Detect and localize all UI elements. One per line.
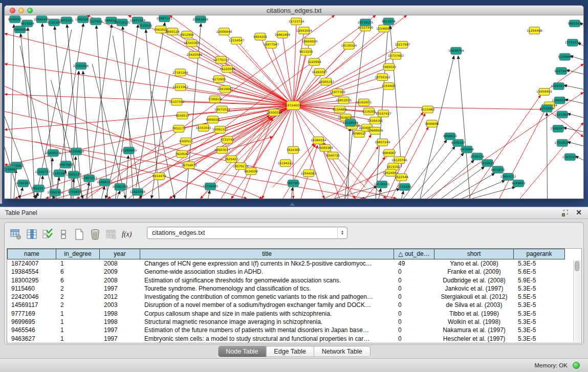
graph-node[interactable]: 15692971	[550, 125, 566, 133]
graph-node[interactable]: 7625427	[225, 156, 238, 163]
graph-node[interactable]: 17016504	[554, 139, 570, 146]
graph-node[interactable]: 9115460	[421, 106, 434, 113]
graph-node[interactable]: 9300513	[179, 138, 193, 145]
graph-node[interactable]: 9613255	[299, 48, 313, 55]
graph-node[interactable]: 9755841	[68, 188, 82, 195]
graph-node[interactable]: 2935114	[470, 153, 484, 160]
graph-node[interactable]: 12213363	[172, 84, 188, 91]
graph-node[interactable]: 16543391	[184, 39, 200, 47]
graph-node[interactable]: 16194222	[278, 160, 294, 167]
graph-node[interactable]: 9558517	[176, 112, 189, 119]
graph-node[interactable]: 11977305	[330, 89, 345, 96]
graph-node[interactable]: 10719155	[114, 19, 130, 26]
float-panel-icon[interactable]	[562, 210, 569, 216]
graph-node[interactable]: 12923448	[130, 188, 146, 195]
table-settings-icon[interactable]	[10, 228, 22, 240]
graph-node[interactable]: 10688609	[367, 127, 383, 135]
edit-column-icon[interactable]	[26, 228, 38, 240]
graph-node[interactable]: 8958923	[443, 133, 457, 140]
graph-node[interactable]: 16958107	[97, 179, 113, 186]
graph-node[interactable]: 10167427	[376, 110, 391, 117]
graph-node[interactable]: 9129946	[558, 53, 572, 60]
graph-node[interactable]: 9097568	[59, 161, 73, 168]
graph-node[interactable]: 7795619	[208, 96, 222, 103]
graph-node[interactable]: 19571013	[214, 106, 230, 113]
graph-node[interactable]: 17359928	[69, 148, 84, 155]
graph-node[interactable]: 9154469	[333, 106, 346, 113]
graph-node[interactable]: 7632621	[481, 160, 494, 167]
graph-node[interactable]: 19497141	[157, 15, 172, 22]
graph-node[interactable]: 8922317	[32, 185, 46, 192]
graph-node[interactable]: 15585197	[318, 78, 334, 85]
column-header-short[interactable]: short	[434, 249, 514, 259]
table-row[interactable]: 1830029562008Estimation of significance …	[7, 276, 581, 285]
graph-node[interactable]: 5549735	[326, 152, 340, 159]
table-row[interactable]: 1938455462009Genome-wide association stu…	[7, 268, 581, 276]
graph-node[interactable]: 19384554	[311, 137, 326, 144]
graph-node[interactable]: 16812035	[336, 97, 352, 104]
graph-node[interactable]: 8914479	[153, 173, 166, 180]
column-header-in_degree[interactable]: in_degree	[56, 249, 100, 259]
graph-node[interactable]: 10654112	[500, 173, 516, 181]
graph-node[interactable]: 16120746	[391, 157, 407, 164]
column-header-pagerank[interactable]: pagerank	[514, 249, 565, 259]
graph-node[interactable]: 7905589	[13, 26, 27, 33]
graph-node[interactable]: 8131304	[47, 19, 61, 26]
table-row[interactable]: 977716911998Corpus callosum shape and si…	[7, 310, 581, 318]
graph-node[interactable]: 15718485	[203, 183, 219, 190]
function-builder-icon[interactable]: f(x)	[121, 230, 133, 238]
graph-node[interactable]: 3220954	[308, 58, 321, 65]
graph-node[interactable]: 16089368	[317, 144, 333, 151]
graph-node[interactable]: 7624360	[287, 146, 300, 154]
graph-node[interactable]: 27181266	[172, 69, 188, 76]
graph-node[interactable]: 1527602	[89, 18, 103, 25]
column-header-out_de[interactable]: △ out_de…	[394, 249, 434, 259]
network-graph[interactable]: 1872400774638228660128891295416543391234…	[5, 15, 583, 199]
graph-node[interactable]: 15353591	[195, 124, 211, 132]
graph-node[interactable]: 12217987	[395, 41, 410, 48]
column-header-title[interactable]: title	[140, 249, 394, 259]
graph-node[interactable]: 6479197	[451, 139, 465, 146]
table-selector-dropdown[interactable]: citations_edges.txt ▲▼	[147, 227, 347, 239]
graph-node[interactable]: 10590301	[47, 189, 63, 196]
graph-node[interactable]: 18669500	[302, 38, 318, 46]
graph-node[interactable]: 21053346	[73, 62, 89, 70]
network-window-titlebar[interactable]: citations_edges.txt	[5, 6, 583, 15]
network-canvas[interactable]: 1872400774638228660128891295416543391234…	[5, 15, 583, 199]
graph-node[interactable]: 12342757	[35, 168, 51, 176]
graph-node[interactable]: 18724007	[286, 101, 301, 110]
table-row[interactable]: 1456911722003Disruption of a novel membe…	[7, 301, 581, 309]
graph-node[interactable]: 19737493	[388, 52, 404, 59]
graph-node[interactable]: 16648794	[448, 47, 464, 54]
graph-node[interactable]: 7485033	[382, 63, 396, 71]
graph-node[interactable]: 18130324	[341, 42, 357, 49]
graph-node[interactable]: 9227343	[554, 68, 568, 75]
graph-node[interactable]: 16210643	[554, 111, 570, 118]
graph-node[interactable]: 20206576	[45, 149, 61, 157]
graph-node[interactable]: 1145194	[52, 170, 66, 177]
graph-node[interactable]: 7924540	[175, 150, 189, 158]
graph-node[interactable]: 18164161	[367, 117, 383, 124]
graph-node[interactable]: 12093872	[551, 83, 567, 90]
graph-node[interactable]: 12775114	[213, 56, 229, 63]
table-row[interactable]: 946362711997Embryonic stem cells: a mode…	[7, 335, 581, 343]
close-panel-icon[interactable]: ✕	[576, 208, 582, 216]
graph-node[interactable]: 23420044	[186, 51, 202, 58]
graph-node[interactable]: 9854203	[253, 33, 267, 40]
graph-node[interactable]: 1156863	[5, 166, 17, 173]
graph-node[interactable]: 19861899	[275, 31, 291, 38]
graph-node[interactable]: 8912954	[180, 31, 194, 38]
graph-node[interactable]: 9872316	[59, 17, 73, 24]
graph-node[interactable]: 9634509	[244, 168, 258, 175]
graph-node[interactable]: 11548084	[376, 25, 392, 32]
graph-node[interactable]: 7857301	[287, 180, 300, 187]
graph-node[interactable]: 16263597	[312, 69, 328, 76]
graph-node[interactable]: 18755162	[375, 74, 390, 81]
graph-node[interactable]: 22544363	[301, 170, 317, 177]
graph-node[interactable]: 9884067	[382, 149, 396, 157]
graph-node[interactable]: 16162871	[356, 99, 372, 106]
graph-node[interactable]: 9802393	[568, 20, 581, 27]
graph-node[interactable]: 3216205	[362, 108, 376, 115]
graph-node[interactable]: 2522544	[395, 174, 408, 181]
graph-node[interactable]: 18300295	[266, 109, 282, 116]
